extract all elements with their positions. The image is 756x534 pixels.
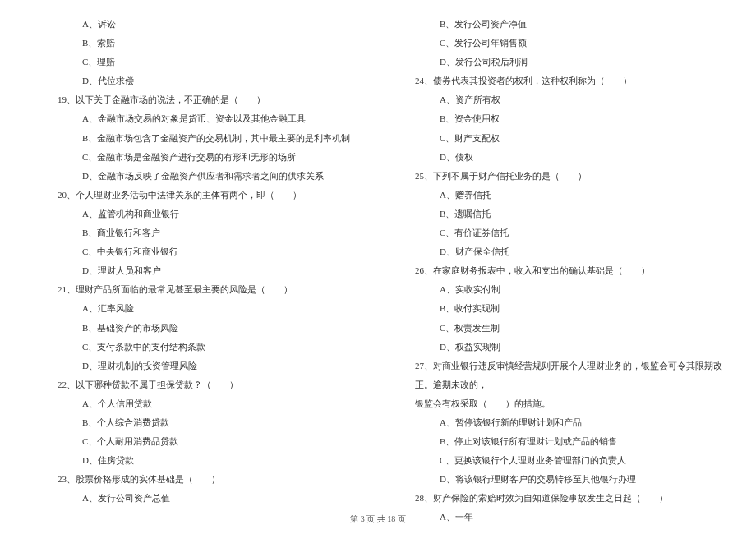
q23-option-c: C、发行公司年销售额 xyxy=(390,34,723,53)
q21-text: 21、理财产品所面临的最常见甚至最主要的风险是（ ） xyxy=(33,280,366,299)
q19-option-c: C、金融市场是金融资产进行交易的有形和无形的场所 xyxy=(33,148,366,167)
q22-text: 22、以下哪种贷款不属于担保贷款？（ ） xyxy=(33,375,366,394)
q24-option-a: A、资产所有权 xyxy=(390,90,723,109)
q21-option-a: A、汇率风险 xyxy=(33,299,366,318)
q20-option-d: D、理财人员和客户 xyxy=(33,261,366,280)
q19-option-d: D、金融市场反映了金融资产供应者和需求者之间的供求关系 xyxy=(33,167,366,186)
q19-option-b: B、金融市场包含了金融资产的交易机制，其中最主要的是利率机制 xyxy=(33,129,366,148)
q18-option-d: D、代位求偿 xyxy=(33,71,366,90)
q22-option-a: A、个人信用贷款 xyxy=(33,394,366,413)
q25-option-c: C、有价证券信托 xyxy=(390,223,723,242)
q28-text: 28、财产保险的索赔时效为自知道保险事故发生之日起（ ） xyxy=(390,489,723,508)
q22-option-d: D、住房贷款 xyxy=(33,451,366,470)
q25-text: 25、下列不属于财产信托业务的是（ ） xyxy=(390,167,723,186)
q20-text: 20、个人理财业务活动中法律关系的主体有两个，即（ ） xyxy=(33,186,366,205)
q27-option-d: D、将该银行理财客户的交易转移至其他银行办理 xyxy=(390,470,723,489)
q19-text: 19、以下关于金融市场的说法，不正确的是（ ） xyxy=(33,90,366,109)
q24-option-c: C、财产支配权 xyxy=(390,129,723,148)
q19-option-a: A、金融市场交易的对象是货币、资金以及其他金融工具 xyxy=(33,109,366,128)
q25-option-a: A、赠养信托 xyxy=(390,186,723,205)
q23-option-d: D、发行公司税后利润 xyxy=(390,53,723,71)
q26-option-c: C、权责发生制 xyxy=(390,319,723,338)
q23-option-b: B、发行公司资产净值 xyxy=(390,15,723,34)
q26-option-a: A、实收实付制 xyxy=(390,280,723,299)
q20-option-b: B、商业银行和客户 xyxy=(33,223,366,242)
q25-option-d: D、财产保全信托 xyxy=(390,242,723,261)
q26-text: 26、在家庭财务报表中，收入和支出的确认基础是（ ） xyxy=(390,261,723,280)
q18-option-a: A、诉讼 xyxy=(33,15,366,34)
q21-option-b: B、基础资产的市场风险 xyxy=(33,319,366,338)
q27-text-cont: 银监会有权采取（ ）的措施。 xyxy=(390,394,723,413)
q24-option-b: B、资金使用权 xyxy=(390,109,723,128)
q24-option-d: D、债权 xyxy=(390,148,723,167)
q27-text: 27、对商业银行违反审慎经营规则开展个人理财业务的，银监会可令其限期改正。逾期未… xyxy=(390,357,723,394)
q24-text: 24、债券代表其投资者的权利，这种权利称为（ ） xyxy=(390,71,723,90)
q27-option-b: B、停止对该银行所有理财计划或产品的销售 xyxy=(390,432,723,451)
q18-option-b: B、索赔 xyxy=(33,34,366,53)
q27-option-c: C、更换该银行个人理财业务管理部门的负责人 xyxy=(390,451,723,470)
q22-option-c: C、个人耐用消费品贷款 xyxy=(33,432,366,451)
q20-option-a: A、监管机构和商业银行 xyxy=(33,205,366,223)
q18-option-c: C、理赔 xyxy=(33,53,366,71)
q21-option-d: D、理财机制的投资管理风险 xyxy=(33,357,366,375)
q21-option-c: C、支付条款中的支付结构条款 xyxy=(33,338,366,357)
q23-text: 23、股票价格形成的实体基础是（ ） xyxy=(33,470,366,489)
page-footer: 第 3 页 共 18 页 xyxy=(0,510,756,527)
q23-option-a: A、发行公司资产总值 xyxy=(33,489,366,508)
q25-option-b: B、遗嘱信托 xyxy=(390,205,723,223)
left-column: A、诉讼 B、索赔 C、理赔 D、代位求偿 19、以下关于金融市场的说法，不正确… xyxy=(33,15,366,527)
right-column: B、发行公司资产净值 C、发行公司年销售额 D、发行公司税后利润 24、债券代表… xyxy=(390,15,723,527)
q26-option-b: B、收付实现制 xyxy=(390,299,723,318)
q22-option-b: B、个人综合消费贷款 xyxy=(33,413,366,432)
q20-option-c: C、中央银行和商业银行 xyxy=(33,242,366,261)
q27-option-a: A、暂停该银行新的理财计划和产品 xyxy=(390,413,723,432)
q26-option-d: D、权益实现制 xyxy=(390,338,723,357)
